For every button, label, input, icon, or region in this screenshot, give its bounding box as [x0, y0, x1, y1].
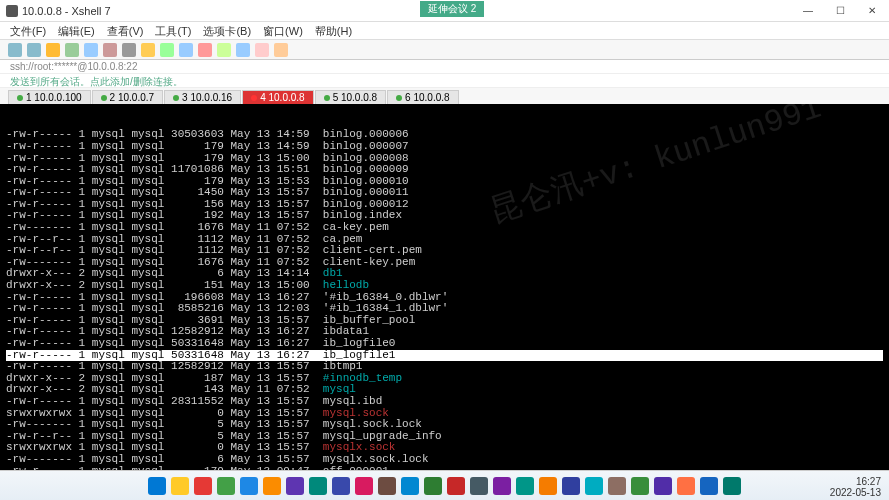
tab-label: 4 10.0.0.8 — [260, 92, 304, 103]
maximize-button[interactable]: ☐ — [829, 5, 851, 16]
taskbar-app-icon[interactable] — [654, 477, 672, 495]
file-name: '#ib_16384_1.dblwr' — [323, 302, 448, 314]
taskbar-app-icon[interactable] — [286, 477, 304, 495]
menubar: 文件(F)编辑(E)查看(V)工具(T)选项卡(B)窗口(W)帮助(H) — [0, 22, 889, 40]
file-name: binlog.000010 — [323, 175, 409, 187]
menu-item[interactable]: 帮助(H) — [315, 24, 352, 37]
status-dot-icon — [251, 95, 257, 101]
toolbar-icon[interactable] — [217, 43, 231, 57]
menu-item[interactable]: 工具(T) — [155, 24, 191, 37]
file-name: mysqlx.sock.lock — [323, 453, 429, 465]
session-tab[interactable]: 6 10.0.0.8 — [387, 90, 458, 104]
file-name: ib_buffer_pool — [323, 314, 415, 326]
session-tab[interactable]: 3 10.0.0.16 — [164, 90, 241, 104]
toolbar-icon[interactable] — [122, 43, 136, 57]
taskbar-app-icon[interactable] — [700, 477, 718, 495]
toolbar-icon[interactable] — [27, 43, 41, 57]
session-tab[interactable]: 1 10.0.0.100 — [8, 90, 91, 104]
file-name: hellodb — [323, 279, 369, 291]
tab-label: 2 10.0.0.7 — [110, 92, 154, 103]
taskbar-app-icon[interactable] — [309, 477, 327, 495]
file-name: client-cert.pem — [323, 244, 422, 256]
taskbar-app-icon[interactable] — [470, 477, 488, 495]
toolbar-icon[interactable] — [198, 43, 212, 57]
status-dot-icon — [17, 95, 23, 101]
taskbar-app-icon[interactable] — [723, 477, 741, 495]
minimize-button[interactable]: — — [797, 5, 819, 16]
tab-label: 5 10.0.0.8 — [333, 92, 377, 103]
file-name: binlog.000008 — [323, 152, 409, 164]
file-name: ca.pem — [323, 233, 363, 245]
status-dot-icon — [173, 95, 179, 101]
toolbar-icon[interactable] — [8, 43, 22, 57]
taskbar-app-icon[interactable] — [171, 477, 189, 495]
file-name: binlog.000007 — [323, 140, 409, 152]
os-taskbar — [0, 470, 889, 500]
taskbar-app-icon[interactable] — [631, 477, 649, 495]
taskbar-app-icon[interactable] — [424, 477, 442, 495]
file-name: binlog.000011 — [323, 186, 409, 198]
taskbar-app-icon[interactable] — [332, 477, 350, 495]
taskbar-app-icon[interactable] — [240, 477, 258, 495]
session-tab[interactable]: 5 10.0.0.8 — [315, 90, 386, 104]
taskbar-app-icon[interactable] — [217, 477, 235, 495]
toolbar-icon[interactable] — [46, 43, 60, 57]
close-button[interactable]: ✕ — [861, 5, 883, 16]
file-name: ib_logfile0 — [323, 337, 396, 349]
clock-date: 2022-05-13 — [830, 487, 881, 498]
file-name: #innodb_temp — [323, 372, 402, 384]
file-name: client-key.pem — [323, 256, 415, 268]
toolbar-icon[interactable] — [236, 43, 250, 57]
meeting-tag: 延伸会议 2 — [420, 1, 484, 17]
file-name: mysql — [323, 383, 356, 395]
toolbar — [0, 40, 889, 60]
toolbar-icon[interactable] — [274, 43, 288, 57]
toolbar-icon[interactable] — [160, 43, 174, 57]
session-tab[interactable]: 4 10.0.0.8 — [242, 90, 313, 104]
toolbar-icon[interactable] — [255, 43, 269, 57]
toolbar-icon[interactable] — [84, 43, 98, 57]
file-name: binlog.index — [323, 209, 402, 221]
status-dot-icon — [101, 95, 107, 101]
taskbar-app-icon[interactable] — [447, 477, 465, 495]
menu-item[interactable]: 文件(F) — [10, 24, 46, 37]
terminal-area[interactable]: 昆仑汛+v: kunlun991 -rw-r----- 1 mysql mysq… — [0, 104, 889, 492]
menu-item[interactable]: 编辑(E) — [58, 24, 95, 37]
taskbar-app-icon[interactable] — [148, 477, 166, 495]
file-name: ibtmp1 — [323, 360, 363, 372]
file-name: mysql.ibd — [323, 395, 382, 407]
taskbar-app-icon[interactable] — [401, 477, 419, 495]
taskbar-app-icon[interactable] — [562, 477, 580, 495]
menu-item[interactable]: 查看(V) — [107, 24, 144, 37]
taskbar-app-icon[interactable] — [355, 477, 373, 495]
file-name: mysql.sock — [323, 407, 389, 419]
window-controls: — ☐ ✕ — [797, 5, 883, 16]
taskbar-app-icon[interactable] — [677, 477, 695, 495]
status-dot-icon — [324, 95, 330, 101]
taskbar-app-icon[interactable] — [378, 477, 396, 495]
broadcast-hint: 发送到所有会话。点此添加/删除连接。 — [0, 74, 889, 88]
file-name: ca-key.pem — [323, 221, 389, 233]
file-name: ibdata1 — [323, 325, 369, 337]
toolbar-icon[interactable] — [141, 43, 155, 57]
toolbar-icon[interactable] — [179, 43, 193, 57]
taskbar-app-icon[interactable] — [608, 477, 626, 495]
menu-item[interactable]: 选项卡(B) — [203, 24, 251, 37]
file-name: binlog.000012 — [323, 198, 409, 210]
taskbar-app-icon[interactable] — [194, 477, 212, 495]
window-title: 10.0.0.8 - Xshell 7 — [22, 5, 797, 17]
address-bar[interactable]: ssh://root:******@10.0.0.8:22 — [0, 60, 889, 74]
taskbar-app-icon[interactable] — [585, 477, 603, 495]
taskbar-app-icon[interactable] — [263, 477, 281, 495]
toolbar-icon[interactable] — [103, 43, 117, 57]
status-dot-icon — [396, 95, 402, 101]
system-clock[interactable]: 16:27 2022-05-13 — [830, 476, 881, 498]
taskbar-app-icon[interactable] — [539, 477, 557, 495]
toolbar-icon[interactable] — [65, 43, 79, 57]
tab-label: 1 10.0.0.100 — [26, 92, 82, 103]
file-name: binlog.000006 — [323, 128, 409, 140]
session-tab[interactable]: 2 10.0.0.7 — [92, 90, 163, 104]
taskbar-app-icon[interactable] — [516, 477, 534, 495]
menu-item[interactable]: 窗口(W) — [263, 24, 303, 37]
taskbar-app-icon[interactable] — [493, 477, 511, 495]
